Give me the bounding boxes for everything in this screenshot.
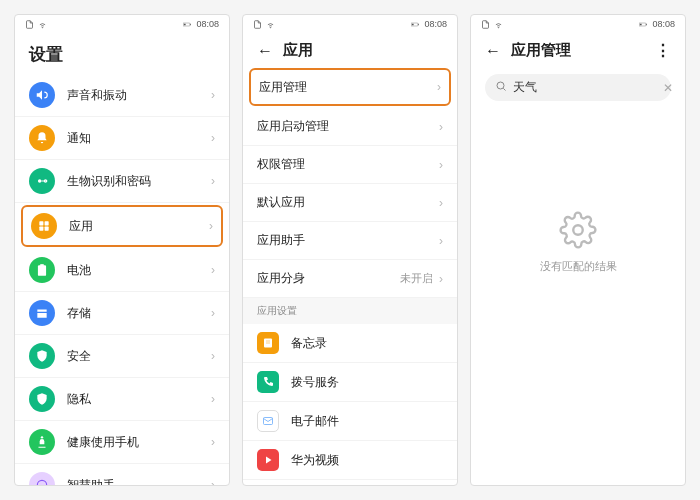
statusbar: 08:08	[15, 15, 229, 33]
chevron-right-icon: ›	[439, 272, 443, 286]
status-time: 08:08	[424, 19, 447, 29]
apps-row[interactable]: 权限管理›	[243, 146, 457, 184]
app-icon	[257, 449, 279, 471]
app-row[interactable]: 联系人	[243, 480, 457, 485]
row-label: 电池	[67, 262, 211, 279]
svg-line-30	[503, 88, 505, 90]
chevron-right-icon: ›	[211, 478, 215, 485]
chevron-right-icon: ›	[439, 120, 443, 134]
row-label: 安全	[67, 348, 211, 365]
svg-point-12	[41, 436, 43, 438]
search-bar[interactable]: ✕	[485, 74, 671, 101]
row-label: 应用	[69, 218, 209, 235]
search-input[interactable]	[513, 81, 663, 95]
chevron-right-icon: ›	[439, 158, 443, 172]
row-label: 生物识别和密码	[67, 173, 211, 190]
settings-row[interactable]: 健康使用手机›	[15, 421, 229, 464]
row-icon	[29, 125, 55, 151]
appmgmt-header: ← 应用管理 ⋮	[471, 33, 685, 66]
row-icon	[29, 168, 55, 194]
row-label: 应用分身	[257, 270, 400, 287]
apps-row[interactable]: 应用管理›	[249, 68, 451, 106]
settings-row[interactable]: 通知›	[15, 117, 229, 160]
row-value: 未开启	[400, 271, 433, 286]
svg-rect-10	[38, 265, 46, 276]
row-icon	[29, 82, 55, 108]
row-label: 应用管理	[259, 79, 437, 96]
row-icon	[29, 257, 55, 283]
app-label: 电子邮件	[291, 413, 339, 430]
row-label: 默认应用	[257, 194, 439, 211]
file-icon	[481, 20, 490, 29]
empty-state: 没有匹配的结果	[471, 211, 685, 274]
apps-header: ← 应用	[243, 33, 457, 66]
app-icon	[257, 371, 279, 393]
page-title: 应用管理	[511, 41, 571, 60]
battery-icon	[639, 20, 648, 29]
svg-rect-6	[39, 221, 43, 225]
battery-icon	[183, 20, 192, 29]
chevron-right-icon: ›	[211, 349, 215, 363]
settings-row[interactable]: 生物识别和密码›	[15, 160, 229, 203]
settings-row[interactable]: 声音和振动›	[15, 74, 229, 117]
empty-message: 没有匹配的结果	[540, 259, 617, 274]
row-label: 智慧助手	[67, 477, 211, 486]
row-icon	[29, 300, 55, 326]
chevron-right-icon: ›	[437, 80, 441, 94]
svg-rect-18	[419, 23, 420, 25]
phone-settings: 08:08 设置 声音和振动›通知›生物识别和密码›应用›电池›存储›安全›隐私…	[14, 14, 230, 486]
file-icon	[25, 20, 34, 29]
settings-row[interactable]: 智慧助手›	[15, 464, 229, 485]
row-icon	[29, 472, 55, 485]
row-icon	[29, 386, 55, 412]
page-title: 设置	[15, 33, 229, 74]
statusbar: 08:08	[243, 15, 457, 33]
settings-row[interactable]: 安全›	[15, 335, 229, 378]
row-icon	[29, 343, 55, 369]
chevron-right-icon: ›	[439, 196, 443, 210]
app-row[interactable]: 拨号服务	[243, 363, 457, 402]
apps-row[interactable]: 默认应用›	[243, 184, 457, 222]
gear-icon	[559, 211, 597, 249]
svg-rect-17	[412, 23, 414, 25]
svg-point-31	[573, 225, 583, 235]
chevron-right-icon: ›	[439, 234, 443, 248]
row-label: 权限管理	[257, 156, 439, 173]
chevron-right-icon: ›	[209, 219, 213, 233]
svg-rect-28	[647, 23, 648, 25]
settings-row[interactable]: 存储›	[15, 292, 229, 335]
section-label: 应用设置	[243, 298, 457, 324]
app-icon	[257, 332, 279, 354]
row-icon	[29, 429, 55, 455]
settings-row[interactable]: 隐私›	[15, 378, 229, 421]
chevron-right-icon: ›	[211, 306, 215, 320]
settings-row[interactable]: 电池›	[15, 249, 229, 292]
clear-icon[interactable]: ✕	[663, 81, 673, 95]
row-label: 隐私	[67, 391, 211, 408]
phone-apps: 08:08 ← 应用 应用管理›应用启动管理›权限管理›默认应用›应用助手›应用…	[242, 14, 458, 486]
row-label: 通知	[67, 130, 211, 147]
svg-rect-3	[191, 23, 192, 25]
back-icon[interactable]: ←	[257, 42, 273, 60]
wifi-icon	[266, 20, 275, 29]
row-label: 应用助手	[257, 232, 439, 249]
app-row[interactable]: 华为视频	[243, 441, 457, 480]
app-label: 拨号服务	[291, 374, 339, 391]
search-icon	[495, 80, 507, 95]
chevron-right-icon: ›	[211, 131, 215, 145]
app-row[interactable]: 电子邮件	[243, 402, 457, 441]
chevron-right-icon: ›	[211, 174, 215, 188]
app-row[interactable]: 备忘录	[243, 324, 457, 363]
back-icon[interactable]: ←	[485, 42, 501, 60]
apps-row[interactable]: 应用分身未开启›	[243, 260, 457, 298]
chevron-right-icon: ›	[211, 392, 215, 406]
svg-rect-22	[264, 418, 273, 425]
more-icon[interactable]: ⋮	[655, 41, 671, 60]
apps-row[interactable]: 应用启动管理›	[243, 108, 457, 146]
battery-icon	[411, 20, 420, 29]
settings-row[interactable]: 应用›	[21, 205, 223, 247]
file-icon	[253, 20, 262, 29]
status-time: 08:08	[196, 19, 219, 29]
app-label: 华为视频	[291, 452, 339, 469]
apps-row[interactable]: 应用助手›	[243, 222, 457, 260]
